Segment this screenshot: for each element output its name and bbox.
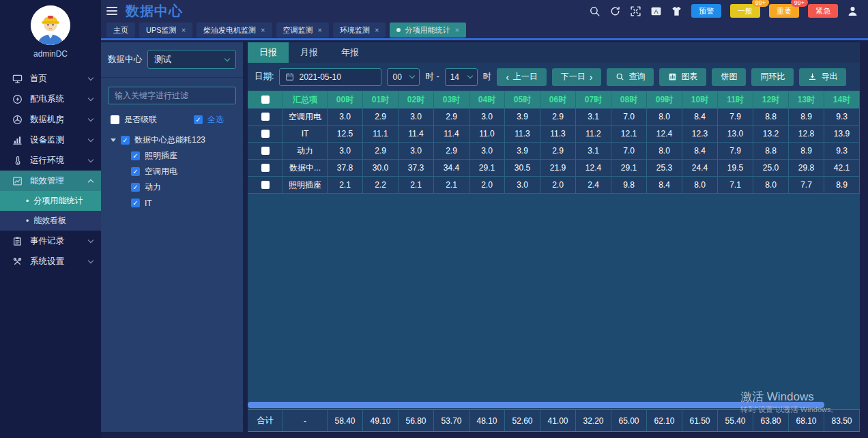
window-tab-5[interactable]: 环境监测 <box>333 23 386 38</box>
row-checkbox[interactable] <box>261 130 270 138</box>
value-cell: 8.4 <box>682 143 718 160</box>
sidebar-item-6[interactable]: 能效管理 <box>0 171 101 191</box>
tree-child-row-2[interactable]: 空调用电 <box>101 164 243 179</box>
avatar[interactable] <box>31 5 70 45</box>
next-day-button[interactable]: 下一日 <box>552 68 602 86</box>
keyword-search-input[interactable] <box>115 91 229 100</box>
hamburger-menu-icon[interactable] <box>106 7 117 15</box>
value-cell: 25.0 <box>753 160 789 177</box>
close-icon[interactable] <box>261 26 265 34</box>
row-checkbox-cell <box>248 160 283 177</box>
header-checkbox-cell <box>248 91 283 108</box>
row-checkbox[interactable] <box>261 164 270 172</box>
window-tab-4[interactable]: 空调监测 <box>276 23 329 38</box>
tree-root-checkbox[interactable] <box>121 136 130 145</box>
row-checkbox[interactable] <box>261 181 270 189</box>
datacenter-select-value: 测试 <box>154 54 171 65</box>
alert-button-2[interactable]: 一般99+ <box>730 4 760 18</box>
value-cell: 3.0 <box>505 177 540 194</box>
export-button[interactable]: 导出 <box>799 68 846 86</box>
chart-button[interactable]: 图表 <box>659 68 706 86</box>
pie-button[interactable]: 饼图 <box>712 68 746 86</box>
sidebar-subitem-1[interactable]: 分项用能统计 <box>0 191 101 211</box>
row-checkbox[interactable] <box>261 147 270 155</box>
sidebar-item-1[interactable]: 首页 <box>0 68 101 89</box>
select-all-rows-checkbox[interactable] <box>261 96 270 104</box>
query-button[interactable]: 查询 <box>607 68 654 86</box>
sidebar-item-label: 系统设置 <box>30 256 89 267</box>
cascade-label: 是否级联 <box>124 114 194 126</box>
tree-child-checkbox[interactable] <box>131 183 140 192</box>
row-checkbox-cell <box>248 108 283 126</box>
fullscreen-icon[interactable] <box>630 5 641 17</box>
hour-header-cell: 00时 <box>328 91 363 108</box>
user-icon[interactable] <box>847 5 858 17</box>
alert-button-1[interactable]: 预警 <box>691 4 721 18</box>
badge-count: 99+ <box>791 0 808 7</box>
select-all-label[interactable]: 全选 <box>207 114 224 126</box>
window-tab-6[interactable]: 分项用能统计 <box>390 23 465 38</box>
window-tab-3[interactable]: 柴油发电机监测 <box>197 23 272 38</box>
scrollbar-thumb[interactable] <box>248 402 824 408</box>
tree-root-label: 数据中心总能耗123 <box>134 134 205 146</box>
cascade-checkbox[interactable] <box>111 115 119 124</box>
sidebar-item-3[interactable]: 数据机房 <box>0 109 101 130</box>
value-cell: 11.2 <box>576 126 611 143</box>
value-cell: 3.9 <box>505 108 540 126</box>
tree-child-row-1[interactable]: 照明插座 <box>101 148 243 164</box>
value-cell: 3.9 <box>505 143 540 160</box>
chevron-down-icon <box>88 95 93 100</box>
datacenter-select[interactable]: 测试 <box>147 50 236 69</box>
hour-start-select[interactable]: 00 <box>387 68 420 86</box>
report-tab-1[interactable]: 日报 <box>248 42 289 63</box>
tree-child-checkbox[interactable] <box>131 199 140 207</box>
table-row: 照明插座2.12.22.12.12.03.02.02.49.88.48.07.1… <box>248 177 860 194</box>
sidebar-item-4[interactable]: 设备监测 <box>0 130 101 150</box>
chevron-down-icon <box>225 55 230 61</box>
chevron-down-icon <box>409 73 415 78</box>
tree-root-row[interactable]: 数据中心总能耗123 <box>101 132 243 148</box>
translate-icon[interactable]: A <box>650 5 662 17</box>
refresh-icon[interactable] <box>609 5 621 17</box>
table-empty-area <box>248 194 860 402</box>
value-cell: 3.0 <box>469 108 505 126</box>
search-icon[interactable] <box>589 5 601 17</box>
value-cell: 8.0 <box>647 108 682 126</box>
chevron-left-icon <box>506 72 509 83</box>
theme-shirt-icon[interactable] <box>671 5 682 17</box>
data-table: 汇总项00时01时02时03时04时05时06时07时08时09时10时11时1… <box>248 91 860 432</box>
sidebar-item-5[interactable]: 运行环境 <box>0 150 101 171</box>
tree-child-row-3[interactable]: 动力 <box>101 179 243 195</box>
compare-button[interactable]: 同环比 <box>751 68 794 86</box>
alert-button-3[interactable]: 重要99+ <box>769 4 799 18</box>
tree-expander-icon[interactable] <box>111 138 116 142</box>
sidebar-item-label: 运行环境 <box>30 155 89 166</box>
window-tab-label: UPS监测 <box>146 25 177 35</box>
row-checkbox[interactable] <box>261 113 270 121</box>
tree-child-row-4[interactable]: IT <box>101 195 243 211</box>
prev-day-button[interactable]: 上一日 <box>497 68 547 86</box>
value-cell: 7.9 <box>718 143 753 160</box>
hour-end-select[interactable]: 14 <box>445 68 478 86</box>
window-tab-2[interactable]: UPS监测 <box>139 23 192 38</box>
tree-child-checkbox[interactable] <box>131 151 140 160</box>
sidebar-item-2[interactable]: 配电系统 <box>0 89 101 109</box>
close-icon[interactable] <box>375 26 379 34</box>
close-icon[interactable] <box>182 26 186 34</box>
report-tab-2[interactable]: 月报 <box>289 42 330 63</box>
tree-child-checkbox[interactable] <box>131 167 140 176</box>
alert-button-4[interactable]: 紧急 <box>808 4 838 18</box>
value-cell: 3.0 <box>399 143 434 160</box>
select-all-checkbox[interactable] <box>194 115 203 124</box>
date-input[interactable]: 2021-05-10 <box>279 68 381 86</box>
sidebar-item-7[interactable]: 事件记录 <box>0 231 101 251</box>
value-cell: 25.3 <box>647 160 682 177</box>
sidebar-subitem-2[interactable]: 能效看板 <box>0 211 101 231</box>
close-icon[interactable] <box>454 26 459 34</box>
close-icon[interactable] <box>318 26 322 34</box>
report-tab-3[interactable]: 年报 <box>330 42 371 63</box>
bullet-icon <box>26 216 33 226</box>
chevron-right-icon <box>590 72 593 83</box>
sidebar-item-8[interactable]: 系统设置 <box>0 251 101 272</box>
window-tab-1[interactable]: 主页 <box>106 23 135 38</box>
